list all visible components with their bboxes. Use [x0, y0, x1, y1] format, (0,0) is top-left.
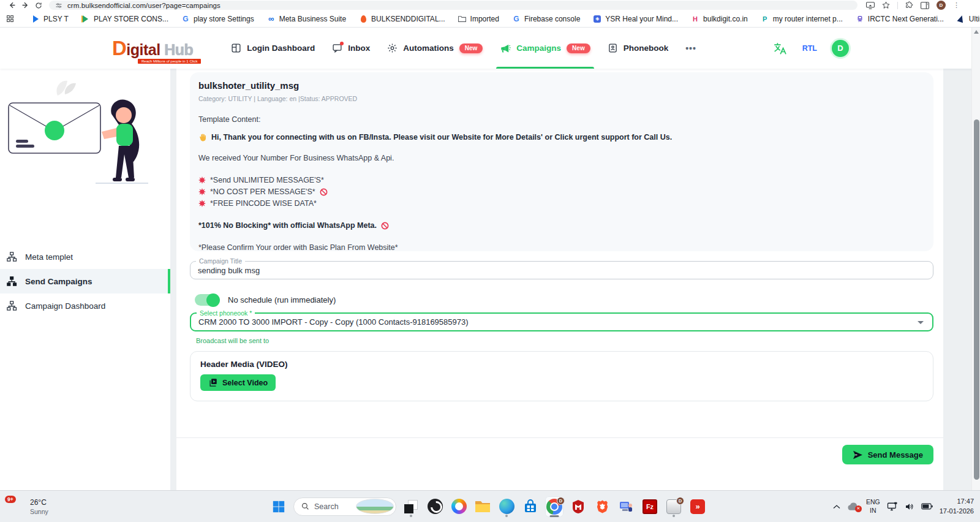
filezilla-app-icon[interactable]: Fz [641, 496, 659, 517]
phonebook-helper-text: Broadcast will be sent to [196, 337, 269, 344]
raised-hand-emoji [198, 133, 207, 142]
video-library-icon [208, 378, 217, 387]
file-explorer-icon[interactable] [473, 496, 492, 517]
bookmark-item[interactable]: ∞Meta Business Suite [267, 15, 346, 23]
apps-grid-icon[interactable] [6, 15, 14, 23]
bookmark-item[interactable]: PLSY T [31, 15, 69, 23]
tray-chevron-up-icon[interactable] [833, 504, 840, 509]
nav-item-phonebook[interactable]: Phonebook [608, 28, 669, 69]
toolbar-separator [897, 2, 898, 9]
bookmark-item[interactable]: GFirebase console [512, 15, 580, 23]
onedrive-cloud-icon[interactable]: ✕ [847, 502, 859, 511]
url-text[interactable]: crm.bulksendofficial.com/user?page=campa… [67, 2, 221, 9]
sidebar-item-campaign-dashboard[interactable]: Campaign Dashboard [0, 293, 170, 318]
header-media-title: Header Media (VIDEO) [200, 360, 923, 369]
app-logo[interactable]: Digital Hub Reach Millions of people in … [112, 38, 193, 58]
send-message-button[interactable]: Send Message [842, 445, 933, 464]
address-bar-row: crm.bulksendofficial.com/user?page=campa… [0, 0, 980, 10]
weather-widget[interactable]: 9+ 26°C Sunny [6, 497, 48, 516]
nav-item-campaigns[interactable]: Campaigns New [500, 28, 590, 69]
phonebook-select[interactable]: Select phoneook * CRM 2000 TO 3000 IMPOR… [190, 312, 933, 331]
browser-menu-icon[interactable]: ⋮ [953, 1, 960, 9]
bookmark-item[interactable]: ◈YSR Heal your Mind... [593, 15, 678, 23]
chrome-browser-icon[interactable]: D [545, 496, 564, 517]
bookmark-item[interactable]: Pmy router internet p... [761, 15, 843, 23]
no-schedule-toggle[interactable] [195, 294, 219, 306]
meta-icon: ∞ [267, 15, 276, 23]
extensions-icon[interactable] [905, 1, 913, 9]
bookmarks-bar: PLSY T PLAY STOER CONS... Gplay store Se… [0, 10, 980, 27]
language-indicator[interactable]: ENGIN [866, 498, 880, 514]
browser-profile-avatar[interactable]: D [937, 1, 946, 10]
url-bar[interactable]: crm.bulksendofficial.com/user?page=campa… [49, 1, 858, 10]
clock-datetime[interactable]: 17:4717-01-2026 [940, 497, 974, 516]
microsoft-store-icon[interactable] [521, 496, 540, 517]
sitemap-icon [6, 251, 17, 262]
notification-dot [340, 42, 344, 45]
volume-icon[interactable] [905, 502, 914, 511]
copilot-app-icon[interactable] [450, 496, 468, 517]
app-header: Digital Hub Reach Millions of people in … [0, 28, 980, 69]
obs-app-icon[interactable] [426, 496, 444, 517]
bookmark-star-icon[interactable] [882, 1, 890, 9]
translate-icon[interactable] [773, 42, 788, 55]
edge-browser-icon[interactable] [497, 496, 516, 517]
template-name: bulkshoter_utility_msg [198, 80, 925, 91]
campaign-title-input[interactable] [190, 262, 933, 279]
prohibited-emoji [381, 222, 389, 230]
search-highlight-thumbnail[interactable] [356, 499, 394, 514]
side-panel-icon[interactable] [921, 2, 929, 9]
installer-app-icon[interactable]: D [665, 496, 683, 517]
site-h-icon: H [691, 15, 699, 23]
template-content-label: Template Content: [198, 115, 925, 124]
scrollbar-up-arrow[interactable] [974, 30, 979, 34]
display-network-icon[interactable] [887, 502, 898, 511]
new-badge: New [567, 44, 590, 53]
bookmark-item[interactable]: IRCTC Next Generati... [856, 15, 944, 23]
dashboard-icon [231, 43, 241, 53]
sidebar-item-meta-templet[interactable]: Meta templet [0, 244, 170, 269]
template-bullet: *FREE PINCODE WISE DATA* [198, 199, 925, 208]
nav-item-inbox[interactable]: Inbox [332, 28, 370, 69]
collision-emoji [198, 188, 206, 195]
system-tray: ✕ ENGIN 17:4717-01-2026 [833, 497, 974, 516]
template-meta: Category: UTILITY | Language: en |Status… [198, 95, 925, 102]
footer-divider [176, 437, 943, 438]
sidebar-menu: Meta templet Send Campaigns Campaign Das… [0, 244, 170, 318]
app-icon-squares[interactable] [402, 496, 420, 517]
bookmark-item[interactable]: Gplay store Settings [181, 15, 254, 23]
weather-alert-badge: 9+ [5, 496, 16, 503]
campaign-title-field[interactable]: Campaign Title [190, 261, 933, 279]
taskbar-search[interactable]: Search [293, 497, 396, 516]
bookmark-item[interactable]: Hbulkdigit.co.in [691, 15, 748, 23]
sidebar-item-send-campaigns[interactable]: Send Campaigns [0, 269, 170, 293]
select-video-button[interactable]: Select Video [200, 374, 276, 391]
sitemap-icon-filled [6, 276, 17, 287]
mcafee-app-icon[interactable] [569, 496, 587, 517]
nav-item-login-dashboard[interactable]: Login Dashboard [231, 28, 315, 69]
page-scrollbar[interactable] [971, 28, 980, 490]
nav-item-automations[interactable]: Automations New [387, 28, 483, 69]
red-arrows-app-icon[interactable]: » [688, 496, 707, 517]
cast-icon[interactable] [866, 2, 875, 9]
start-button[interactable] [270, 496, 288, 517]
phonebook-select-label: Select phoneook * [197, 309, 255, 317]
user-avatar[interactable]: D [832, 40, 849, 57]
bookmark-item[interactable]: Imported [458, 15, 499, 23]
brave-browser-icon[interactable] [593, 496, 611, 517]
site-info-tune-icon[interactable] [55, 2, 62, 9]
sitemap-icon [6, 300, 17, 311]
nav-more-icon[interactable]: ••• [685, 28, 696, 69]
remote-desktop-app-icon[interactable] [617, 496, 635, 517]
bookmark-item[interactable]: Ultimate Edit 2.0 [957, 15, 980, 23]
header-media-card: Header Media (VIDEO) Select Video [190, 351, 933, 401]
browser-forward-button[interactable] [18, 1, 32, 10]
scrollbar-thumb[interactable] [974, 119, 979, 480]
browser-refresh-button[interactable] [32, 1, 45, 10]
bookmark-item[interactable]: PLAY STOER CONS... [81, 15, 168, 23]
battery-icon[interactable] [921, 503, 933, 510]
browser-back-button[interactable] [5, 1, 18, 10]
bookmark-item[interactable]: BULKSENDDIGITAL... [359, 15, 445, 23]
blue-app-icon: ◈ [593, 15, 601, 23]
rtl-toggle[interactable]: RTL [802, 44, 817, 53]
